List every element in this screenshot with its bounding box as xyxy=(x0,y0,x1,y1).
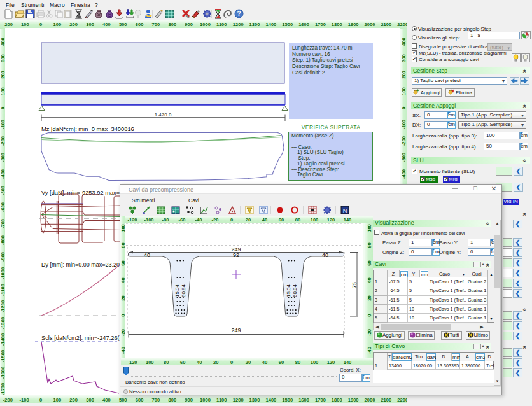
svg-text:1 470.0: 1 470.0 xyxy=(155,112,172,118)
svg-text:N: N xyxy=(343,207,347,214)
svg-text:15.04: 15.04 xyxy=(174,284,180,297)
svg-text:40: 40 xyxy=(322,252,328,258)
svg-text:60.94: 60.94 xyxy=(181,284,186,297)
svg-text:92: 92 xyxy=(233,252,239,258)
svg-text:Dy [mm]: min=0.00 max=23.20: Dy [mm]: min=0.00 max=23.20 xyxy=(41,262,120,268)
svg-text:75: 75 xyxy=(351,282,358,288)
svg-text:Scls [daN/cm2]: min=-247.26(-2: Scls [daN/cm2]: min=-247.26(-26 xyxy=(41,335,128,341)
svg-text:249: 249 xyxy=(231,327,241,333)
svg-text:Mz [daN*cm]: min=0 max=3400816: Mz [daN*cm]: min=0 max=3400816 xyxy=(41,126,134,132)
svg-text:60.94: 60.94 xyxy=(292,284,298,297)
svg-text:40: 40 xyxy=(144,252,150,258)
svg-text:15.04: 15.04 xyxy=(286,284,291,297)
svg-text:?: ? xyxy=(237,10,241,17)
